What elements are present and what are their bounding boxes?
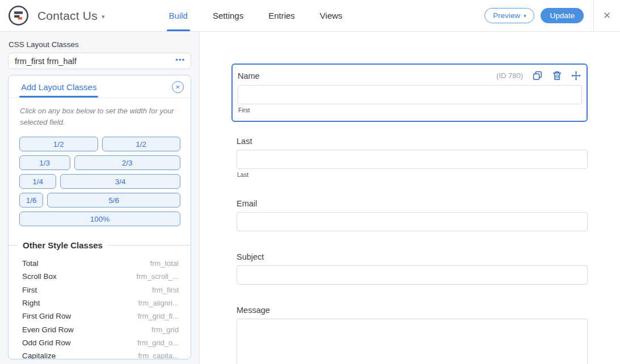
header-actions: Preview ▾ Update ✕ (484, 0, 620, 31)
class-code: frm_scroll_... (137, 272, 179, 281)
class-code: frm_grid (151, 325, 179, 334)
field-sublabel: First (238, 107, 582, 113)
field-subject[interactable]: Subject (237, 252, 588, 285)
width-button-1-3[interactable]: 1/3 (19, 155, 70, 170)
width-options-grid: 1/2 1/2 1/3 2/3 1/4 3/4 1/6 5/6 (9, 131, 191, 226)
class-name: Scroll Box (22, 272, 57, 281)
layout-classes-input[interactable]: frm_first frm_half ••• (8, 53, 191, 69)
width-button-3-4[interactable]: 3/4 (60, 174, 180, 189)
panel-description: Click on any box below to set the width … (9, 98, 191, 131)
other-style-classes-divider: Other Style Classes (9, 240, 191, 250)
class-code: frm_capita... (138, 352, 179, 359)
last-input[interactable] (237, 150, 588, 169)
field-label: Name (238, 71, 260, 81)
width-row: 1/4 3/4 (19, 174, 180, 189)
field-last[interactable]: Last Last (237, 137, 588, 178)
class-name: First Grid Row (22, 312, 71, 320)
update-button[interactable]: Update (541, 8, 584, 23)
list-item-first-grid-row[interactable]: First Grid Row frm_grid_fi... (22, 310, 179, 323)
header-bar: Contact Us ▾ Build Settings Entries View… (0, 0, 620, 32)
field-label: Message (237, 306, 588, 315)
layout-classes-value: frm_first frm_half (15, 57, 175, 66)
list-item-even-grid-row[interactable]: Even Grid Row frm_grid (22, 323, 179, 336)
width-row: 100% (19, 211, 180, 226)
class-name: Right (22, 299, 40, 307)
subject-input[interactable] (237, 265, 588, 285)
class-code: frm_alignri... (138, 299, 179, 307)
width-button-1-2b[interactable]: 1/2 (102, 137, 181, 151)
tab-views[interactable]: Views (320, 0, 343, 31)
width-button-1-2[interactable]: 1/2 (19, 137, 98, 151)
more-options-icon[interactable]: ••• (175, 56, 185, 66)
form-title: Contact Us (37, 9, 98, 23)
duplicate-icon (532, 70, 543, 81)
width-button-2-3[interactable]: 2/3 (74, 155, 181, 170)
field-options-sidebar: CSS Layout Classes frm_first frm_half ••… (0, 32, 200, 364)
preview-button-label: Preview (493, 11, 520, 20)
delete-field-button[interactable] (551, 70, 562, 81)
tab-build[interactable]: Build (169, 0, 188, 31)
close-icon: ✕ (175, 84, 180, 90)
width-row: 1/2 1/2 (19, 137, 180, 151)
style-class-list: Total frm_total Scroll Box frm_scroll_..… (9, 256, 191, 359)
class-code: frm_total (150, 259, 179, 268)
list-item-first[interactable]: First frm_first (22, 283, 179, 297)
duplicate-field-button[interactable] (532, 70, 543, 81)
nav-tabs: Build Settings Entries Views (169, 0, 343, 31)
move-field-handle[interactable] (571, 70, 581, 81)
width-row: 1/3 2/3 (19, 155, 180, 170)
list-item-right[interactable]: Right frm_alignri... (22, 297, 179, 310)
field-id-badge: (ID 780) (496, 71, 523, 80)
class-code: frm_first (152, 286, 179, 294)
field-sublabel: Last (237, 171, 588, 178)
builder-body: CSS Layout Classes frm_first frm_half ••… (0, 32, 620, 364)
field-name-selected[interactable]: Name (ID 780) (231, 64, 588, 122)
form-canvas: Name (ID 780) (200, 32, 620, 364)
field-action-icons (532, 70, 581, 81)
add-layout-classes-panel: Add Layout Classes ✕ Click on any box be… (8, 75, 191, 359)
field-email[interactable]: Email (237, 199, 588, 231)
field-message[interactable]: Message (237, 306, 588, 364)
panel-close-button[interactable]: ✕ (172, 81, 184, 93)
form-builder-app: Contact Us ▾ Build Settings Entries View… (0, 0, 620, 364)
field-label: Last (237, 137, 588, 146)
class-code: frm_grid_o... (137, 338, 179, 347)
class-name: Odd Grid Row (22, 338, 71, 347)
field-label: Email (237, 199, 588, 208)
list-item-odd-grid-row[interactable]: Odd Grid Row frm_grid_o... (22, 336, 179, 349)
panel-header: Add Layout Classes ✕ (9, 75, 191, 98)
email-input[interactable] (237, 212, 588, 231)
css-layout-classes-label: CSS Layout Classes (9, 40, 191, 49)
class-name: Even Grid Row (22, 325, 74, 334)
width-button-1-6[interactable]: 1/6 (19, 193, 43, 208)
class-name: Capitalize (22, 352, 56, 359)
close-icon: ✕ (603, 10, 611, 22)
update-button-label: Update (550, 11, 575, 20)
preview-button[interactable]: Preview ▾ (484, 8, 535, 23)
tab-entries[interactable]: Entries (268, 0, 295, 31)
class-name: Total (22, 259, 39, 268)
name-first-input[interactable] (238, 85, 582, 104)
chevron-down-icon: ▾ (102, 11, 105, 20)
close-builder-button[interactable]: ✕ (594, 0, 620, 32)
width-button-100[interactable]: 100% (19, 211, 180, 226)
chevron-down-icon: ▾ (524, 12, 526, 19)
class-code: frm_grid_fi... (138, 312, 179, 320)
other-style-classes-title: Other Style Classes (23, 240, 103, 250)
width-button-5-6[interactable]: 5/6 (47, 193, 180, 208)
list-item-total[interactable]: Total frm_total (22, 257, 179, 270)
list-item-scroll-box[interactable]: Scroll Box frm_scroll_... (22, 270, 179, 283)
width-row: 1/6 5/6 (19, 193, 180, 208)
message-textarea[interactable] (237, 319, 588, 364)
list-item-capitalize[interactable]: Capitalize frm_capita... (22, 349, 179, 359)
formidable-logo-icon (8, 5, 29, 26)
field-label: Subject (237, 252, 588, 261)
class-name: First (22, 286, 37, 294)
move-icon (571, 70, 581, 81)
trash-icon (552, 70, 562, 81)
width-button-1-4[interactable]: 1/4 (19, 174, 56, 189)
tab-settings[interactable]: Settings (213, 0, 243, 31)
field-header-row: Name (ID 780) (238, 69, 582, 85)
form-title-dropdown[interactable]: Contact Us ▾ (37, 9, 105, 23)
panel-title: Add Layout Classes (21, 82, 96, 97)
